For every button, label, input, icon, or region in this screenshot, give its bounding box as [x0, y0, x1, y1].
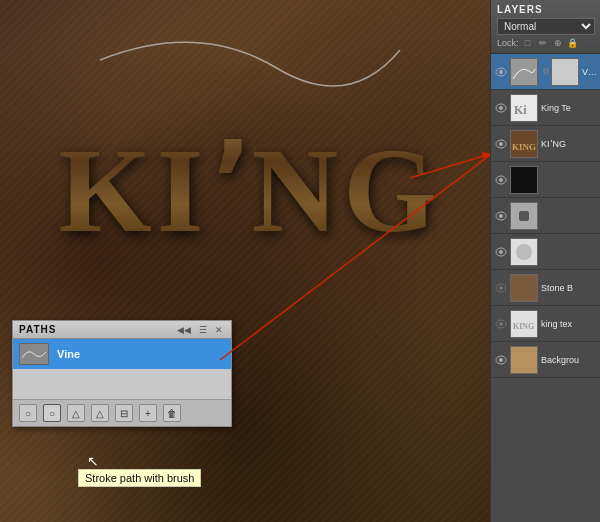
svg-text:KING: KING [512, 142, 536, 152]
canvas: KIʼNG PATHS ◀◀ ☰ ✕ [0, 0, 490, 522]
layer-eye-stone2[interactable] [494, 245, 508, 259]
svg-point-33 [499, 358, 503, 362]
layers-blend-row: Normal [497, 18, 594, 35]
load-selection-button[interactable]: △ [67, 404, 85, 422]
layer-eye-vine[interactable] [494, 65, 508, 79]
layer-eye-king-te[interactable] [494, 101, 508, 115]
layer-item-stone2[interactable] [491, 234, 600, 270]
delete-icon: 🗑 [167, 408, 177, 419]
layer-name-stone-b: Stone B [541, 283, 597, 293]
canvas-background: KIʼNG [0, 0, 490, 522]
layer-thumb-king-tex: KING [510, 310, 538, 338]
paths-panel-close[interactable]: ✕ [213, 325, 225, 335]
svg-text:KING: KING [513, 322, 534, 331]
path-item-vine[interactable]: Vine [13, 339, 231, 369]
add-mask-button[interactable]: ⊟ [115, 404, 133, 422]
layer-item-black[interactable] [491, 162, 600, 198]
layer-thumb-stone1 [510, 202, 538, 230]
svg-point-18 [499, 214, 503, 218]
blend-mode-select[interactable]: Normal [497, 18, 595, 35]
layer-thumb-stone2 [510, 238, 538, 266]
svg-rect-20 [519, 211, 529, 221]
layer-link-vine: ⛓ [542, 67, 550, 76]
mask-icon: ⊟ [120, 408, 128, 419]
layers-lock-row: Lock: □ ✏ ⊕ 🔒 [497, 37, 594, 49]
layer-eye-stone1[interactable] [494, 209, 508, 223]
svg-point-24 [516, 244, 532, 260]
king-text: KIʼNG [10, 120, 490, 260]
make-work-path-button[interactable]: △ [91, 404, 109, 422]
svg-point-8 [499, 106, 503, 110]
paths-panel: PATHS ◀◀ ☰ ✕ Vine ○ [12, 320, 232, 427]
layer-item-stone1[interactable] [491, 198, 600, 234]
lock-label: Lock: [497, 38, 519, 48]
layer-name-vine: Vine [582, 67, 597, 77]
layers-panel-header: LAYERS Normal Lock: □ ✏ ⊕ 🔒 [491, 0, 600, 54]
layer-item-background[interactable]: Backgrou [491, 342, 600, 378]
paths-panel-content: Vine [13, 339, 231, 399]
layer-thumb-vine [510, 58, 538, 86]
layer-eye-background[interactable] [494, 353, 508, 367]
layer-thumb-stone-b [510, 274, 538, 302]
layer-item-king-te[interactable]: Ki King Te [491, 90, 600, 126]
layer-item-king[interactable]: KING KIʼNG [491, 126, 600, 162]
layer-eye-king-tex[interactable] [494, 317, 508, 331]
svg-rect-34 [511, 347, 537, 373]
layer-item-king-tex[interactable]: KING king tex [491, 306, 600, 342]
layer-eye-stone-b[interactable] [494, 281, 508, 295]
delete-path-button[interactable]: 🗑 [163, 404, 181, 422]
svg-point-26 [499, 286, 503, 290]
layers-panel-title: LAYERS [497, 4, 594, 15]
fill-icon: ○ [25, 408, 31, 419]
svg-point-4 [499, 70, 503, 74]
paths-panel-header: PATHS ◀◀ ☰ ✕ [13, 321, 231, 339]
layers-list: ⛓ Vine Ki King Te KING KIʼNG [491, 54, 600, 522]
fill-path-button[interactable]: ○ [19, 404, 37, 422]
lock-transparent-btn[interactable]: □ [522, 37, 534, 49]
path-vine-thumbnail [19, 343, 49, 365]
layer-item-stone-b[interactable]: Stone B [491, 270, 600, 306]
layer-thumb-king: KING [510, 130, 538, 158]
stroke-brush-tooltip: Stroke path with brush [78, 469, 201, 487]
king-letters: KIʼNG [58, 120, 441, 260]
layer-eye-king[interactable] [494, 137, 508, 151]
new-path-icon: + [145, 408, 151, 419]
svg-point-16 [499, 178, 503, 182]
path-vine-name: Vine [57, 348, 80, 360]
work-path-icon: △ [96, 408, 104, 419]
svg-point-22 [499, 250, 503, 254]
tooltip-text: Stroke path with brush [85, 472, 194, 484]
stone-texture [0, 0, 490, 522]
paths-panel-title: PATHS [19, 324, 56, 335]
path-vine-thumb-svg [20, 344, 48, 364]
layer-eye-black[interactable] [494, 173, 508, 187]
lock-image-btn[interactable]: ✏ [537, 37, 549, 49]
paths-panel-controls: ◀◀ ☰ ✕ [175, 325, 225, 335]
lock-position-btn[interactable]: ⊕ [552, 37, 564, 49]
layer-item-vine[interactable]: ⛓ Vine [491, 54, 600, 90]
svg-point-29 [499, 322, 503, 326]
stroke-path-button[interactable]: ○ [43, 404, 61, 422]
svg-text:Ki: Ki [514, 103, 527, 117]
selection-icon: △ [72, 408, 80, 419]
layer-thumb-king-te: Ki [510, 94, 538, 122]
svg-rect-27 [511, 275, 537, 301]
new-path-button[interactable]: + [139, 404, 157, 422]
layer-mask-thumb-vine [551, 58, 579, 86]
layer-thumb-black [510, 166, 538, 194]
svg-rect-6 [552, 59, 578, 85]
layer-name-king-tex: king tex [541, 319, 597, 329]
paths-panel-footer: ○ ○ △ △ ⊟ + 🗑 [13, 399, 231, 426]
layer-name-king: KIʼNG [541, 139, 597, 149]
layers-panel: LAYERS Normal Lock: □ ✏ ⊕ 🔒 ⛓ [490, 0, 600, 522]
svg-point-12 [499, 142, 503, 146]
paths-panel-menu[interactable]: ☰ [197, 325, 209, 335]
lock-all-btn[interactable]: 🔒 [567, 37, 579, 49]
layer-thumb-background [510, 346, 538, 374]
stroke-icon: ○ [49, 408, 55, 419]
paths-panel-scroll-left[interactable]: ◀◀ [175, 325, 193, 335]
layer-name-background: Backgrou [541, 355, 597, 365]
layer-name-king-te: King Te [541, 103, 597, 113]
